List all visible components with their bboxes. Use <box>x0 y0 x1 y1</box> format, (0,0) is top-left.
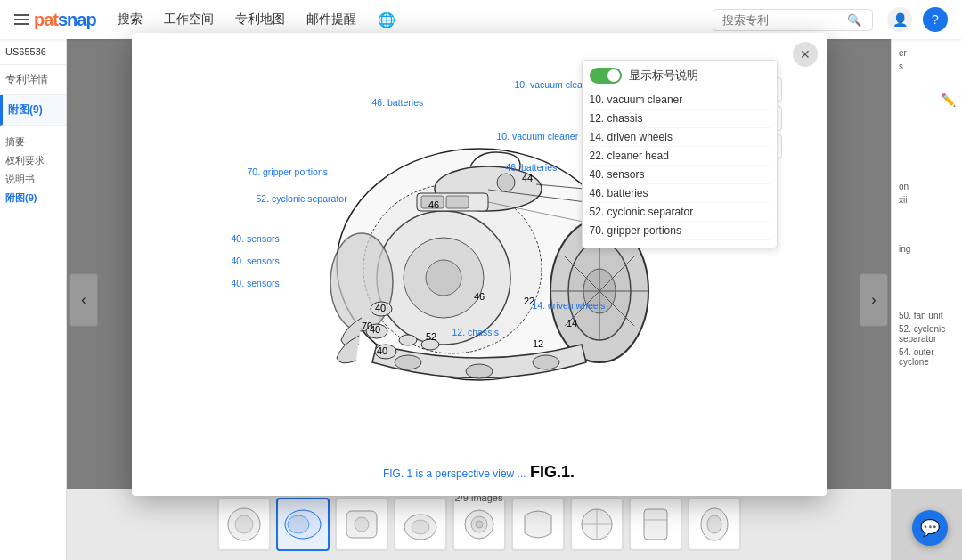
rp-item-fan: 50. fan unit <box>895 309 958 322</box>
patent-figure-modal: ✕ + − ⧉ 显示标号说明 10. vacuum cleaner 12. ch… <box>132 33 827 496</box>
legend-item-2: 14. driven wheels <box>590 128 770 147</box>
thumbnail-1[interactable] <box>217 498 271 551</box>
rp-item-cyclonic: 52. cyclonic separator <box>895 322 958 345</box>
legend-item-1: 12. chassis <box>590 110 770 128</box>
svg-text:12: 12 <box>533 338 543 349</box>
navbar-search-box[interactable]: 🔍 <box>713 9 873 31</box>
svg-rect-25 <box>446 196 469 208</box>
svg-point-16 <box>466 364 493 378</box>
legend-header: 显示标号说明 <box>590 68 770 84</box>
thumbnail-4[interactable] <box>394 498 447 551</box>
sidebar-tab-figures[interactable]: 附图(9) <box>0 95 66 126</box>
rp-item-1: er <box>895 46 958 60</box>
help-icon-btn[interactable]: ? <box>923 7 948 32</box>
navbar-icons: 👤 ? <box>887 7 962 32</box>
svg-point-49 <box>412 520 429 534</box>
rp-item-2: s <box>895 60 958 73</box>
thumbnail-3[interactable] <box>335 498 388 551</box>
user-icon-btn[interactable]: 👤 <box>887 7 912 32</box>
sidebar-item-claims[interactable]: 权利要求 <box>5 151 61 170</box>
svg-point-15 <box>395 355 421 369</box>
nav-workspace[interactable]: 工作空间 <box>164 12 214 28</box>
chat-button[interactable]: 💬 <box>912 510 948 546</box>
sidebar-item-figures[interactable]: 附图(9) <box>5 189 61 207</box>
svg-text:70: 70 <box>362 321 372 331</box>
svg-text:22: 22 <box>524 296 534 306</box>
thumbnails-bar: 2/9 images <box>67 489 891 560</box>
thumbnail-5[interactable] <box>452 498 506 551</box>
thumbnail-8[interactable] <box>629 498 682 551</box>
main-area: US65536 专利详情 附图(9) 摘要 权利要求 说明书 附图(9) ‹ ›… <box>0 39 962 560</box>
legend-item-6: 52. cyclonic separator <box>590 203 770 222</box>
legend-panel: 显示标号说明 10. vacuum cleaner 12. chassis 14… <box>582 60 778 248</box>
caption-bold: FIG.1. <box>530 463 575 481</box>
app-logo: patsnap <box>34 10 96 30</box>
svg-point-6 <box>497 174 515 191</box>
svg-text:46: 46 <box>474 291 485 302</box>
rp-item-xii: xii <box>895 193 958 207</box>
modal-overlay: ✕ + − ⧉ 显示标号说明 10. vacuum cleaner 12. ch… <box>67 39 891 489</box>
legend-toggle[interactable] <box>590 68 622 84</box>
sidebar-item-description[interactable]: 说明书 <box>5 170 61 189</box>
caption-text: FIG. 1 is a perspective view ... <box>383 467 526 480</box>
sidebar-items: 摘要 权利要求 说明书 附图(9) <box>0 126 66 215</box>
svg-point-21 <box>399 335 417 345</box>
navbar-nav: 搜索 工作空间 专利地图 邮件提醒 🌐 <box>110 12 713 28</box>
modal-close-button[interactable]: ✕ <box>793 42 818 67</box>
sidebar-item-abstract[interactable]: 摘要 <box>5 133 61 151</box>
thumbnail-7[interactable] <box>570 498 624 551</box>
svg-text:40: 40 <box>375 303 386 313</box>
svg-point-45 <box>288 515 309 533</box>
edit-button[interactable]: ✏️ <box>937 89 958 110</box>
legend-item-5: 46. batteries <box>590 184 770 203</box>
rp-item-on: on <box>895 180 958 193</box>
logo-area: patsnap <box>0 10 110 30</box>
nav-patent-map[interactable]: 专利地图 <box>235 12 285 28</box>
svg-point-59 <box>707 515 722 533</box>
svg-text:40: 40 <box>377 345 387 356</box>
thumbnail-2[interactable] <box>276 498 330 551</box>
nav-search[interactable]: 搜索 <box>118 12 143 28</box>
svg-point-43 <box>235 515 253 533</box>
search-input[interactable] <box>722 13 847 27</box>
svg-point-4 <box>426 260 461 296</box>
patent-id: US65536 <box>0 39 66 65</box>
svg-point-52 <box>476 521 483 528</box>
rp-item-ing: ing <box>895 242 958 256</box>
figure-caption: FIG. 1 is a perspective view ... FIG.1. <box>383 463 575 482</box>
legend-item-4: 40. sensors <box>590 166 770 184</box>
svg-rect-56 <box>644 509 667 540</box>
svg-text:52: 52 <box>426 331 436 342</box>
svg-point-17 <box>533 355 559 369</box>
hamburger-menu[interactable] <box>14 14 29 25</box>
legend-item-3: 22. cleaner head <box>590 147 770 166</box>
globe-icon[interactable]: 🌐 <box>378 12 395 28</box>
svg-text:44: 44 <box>522 173 533 183</box>
legend-title: 显示标号说明 <box>629 68 698 84</box>
rp-item-cyclone: 54. outer cyclone <box>895 345 958 369</box>
legend-item-0: 10. vacuum cleaner <box>590 91 770 110</box>
sidebar-tab-detail[interactable]: 专利详情 <box>0 65 66 95</box>
nav-email-alert[interactable]: 邮件提醒 <box>306 12 356 28</box>
right-panel: er s on xii ing 50. fan unit 52. cycloni… <box>891 39 962 489</box>
sidebar: US65536 专利详情 附图(9) 摘要 权利要求 说明书 附图(9) <box>0 39 67 560</box>
thumbnail-6[interactable] <box>511 498 565 551</box>
svg-point-47 <box>355 517 369 532</box>
svg-text:14: 14 <box>567 318 577 329</box>
legend-item-7: 70. gripper portions <box>590 222 770 240</box>
svg-point-14 <box>330 233 393 331</box>
thumbnail-9[interactable] <box>688 498 741 551</box>
search-icon: 🔍 <box>847 13 861 27</box>
svg-text:46: 46 <box>428 199 439 210</box>
